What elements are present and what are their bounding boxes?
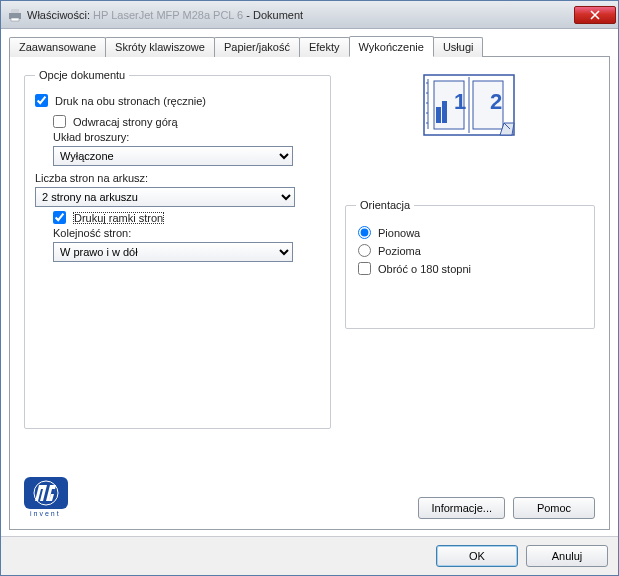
tab-skroty[interactable]: Skróty klawiszowe [105, 37, 215, 57]
group-orientation-legend: Orientacja [356, 199, 414, 211]
page-order-label: Kolejność stron: [53, 227, 320, 239]
window-title: Właściwości: HP LaserJet MFP M28a PCL 6 … [27, 9, 574, 21]
svg-text:1: 1 [454, 89, 466, 114]
radio-portrait[interactable]: Pionowa [358, 226, 582, 239]
svg-rect-2 [11, 18, 19, 21]
tab-wykonczenie[interactable]: Wykończenie [349, 36, 434, 57]
ok-button[interactable]: OK [436, 545, 518, 567]
checkbox-rotate-180[interactable]: Obróć o 180 stopni [358, 262, 582, 275]
hp-logo-subtext: invent [30, 510, 61, 517]
svg-rect-1 [11, 9, 19, 13]
layout-preview: 1 2 [345, 73, 595, 139]
help-button[interactable]: Pomoc [513, 497, 595, 519]
pages-per-sheet-label: Liczba stron na arkusz: [35, 172, 320, 184]
titlebar: Właściwości: HP LaserJet MFP M28a PCL 6 … [1, 1, 618, 29]
info-button[interactable]: Informacje... [418, 497, 505, 519]
tab-strip: Zaawansowane Skróty klawiszowe Papier/ja… [9, 37, 610, 57]
svg-rect-11 [24, 477, 68, 509]
close-icon [590, 10, 600, 20]
tab-panel: Opcje dokumentu Druk na obu stronach (rę… [9, 56, 610, 530]
booklet-label: Układ broszury: [53, 131, 320, 143]
close-button[interactable] [574, 6, 616, 24]
preview-icon: 1 2 [422, 73, 518, 139]
svg-text:2: 2 [490, 89, 502, 114]
svg-rect-9 [436, 107, 441, 123]
checkbox-rotate-180-input[interactable] [358, 262, 371, 275]
dialog-button-bar: OK Anuluj [1, 536, 618, 575]
printer-icon [7, 7, 23, 23]
checkbox-flip-up-input[interactable] [53, 115, 66, 128]
group-document-options-legend: Opcje dokumentu [35, 69, 129, 81]
radio-landscape[interactable]: Pozioma [358, 244, 582, 257]
radio-portrait-input[interactable] [358, 226, 371, 239]
dialog-window: Właściwości: HP LaserJet MFP M28a PCL 6 … [0, 0, 619, 576]
tab-papier[interactable]: Papier/jakość [214, 37, 300, 57]
tab-zaawansowane[interactable]: Zaawansowane [9, 37, 106, 57]
page-order-select[interactable]: W prawo i w dół [53, 242, 293, 262]
checkbox-print-both-sides-input[interactable] [35, 94, 48, 107]
checkbox-print-frames[interactable]: Drukuj ramki stron [53, 211, 320, 224]
checkbox-flip-up-label: Odwracaj strony górą [73, 116, 178, 128]
checkbox-print-both-sides[interactable]: Druk na obu stronach (ręcznie) [35, 94, 320, 107]
checkbox-flip-up[interactable]: Odwracaj strony górą [53, 115, 320, 128]
cancel-button[interactable]: Anuluj [526, 545, 608, 567]
group-document-options: Opcje dokumentu Druk na obu stronach (rę… [24, 69, 331, 429]
radio-landscape-label: Pozioma [378, 245, 421, 257]
hp-logo: invent [24, 477, 78, 519]
group-orientation: Orientacja Pionowa Pozioma [345, 199, 595, 329]
checkbox-rotate-180-label: Obróć o 180 stopni [378, 263, 471, 275]
content-area: Zaawansowane Skróty klawiszowe Papier/ja… [1, 29, 618, 536]
checkbox-print-both-sides-label: Druk na obu stronach (ręcznie) [55, 95, 206, 107]
checkbox-print-frames-input[interactable] [53, 211, 66, 224]
pages-per-sheet-select[interactable]: 2 strony na arkuszu [35, 187, 295, 207]
checkbox-print-frames-label: Drukuj ramki stron [73, 212, 164, 224]
radio-portrait-label: Pionowa [378, 227, 420, 239]
svg-rect-10 [442, 101, 447, 123]
tab-efekty[interactable]: Efekty [299, 37, 350, 57]
radio-landscape-input[interactable] [358, 244, 371, 257]
booklet-select[interactable]: Wyłączone [53, 146, 293, 166]
tab-uslugi[interactable]: Usługi [433, 37, 484, 57]
